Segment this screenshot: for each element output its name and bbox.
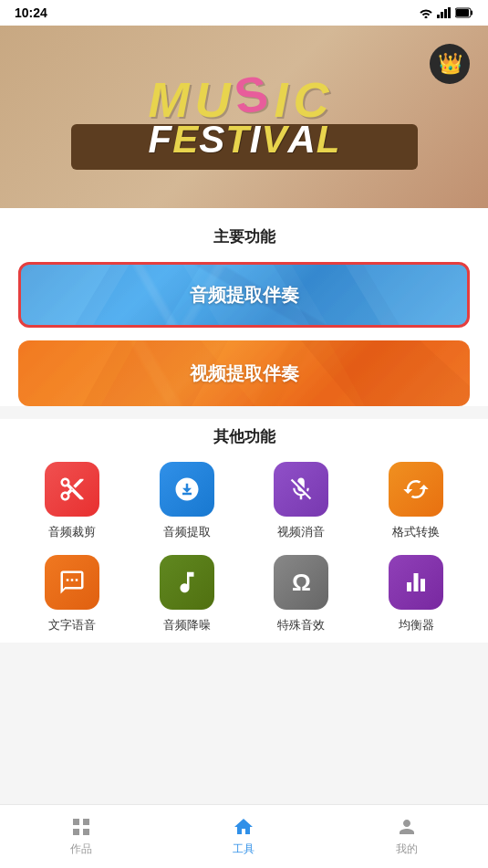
convert-icon: [402, 476, 430, 503]
equalizer-icon: [402, 569, 430, 596]
nav-tools-label: 工具: [233, 842, 254, 857]
battery-icon: [455, 7, 473, 18]
crown-icon: 👑: [438, 52, 462, 76]
svg-rect-1: [441, 12, 443, 18]
banner: M U S I C F E S T I V A L 👑: [0, 26, 488, 208]
mic-off-icon: [287, 476, 315, 503]
primary-section-title: 主要功能: [18, 226, 470, 247]
audio-extract-label: 音频提取: [163, 524, 211, 540]
user-icon: [396, 816, 418, 838]
audio-crop-label: 音频裁剪: [48, 524, 96, 540]
audio-denoise-item[interactable]: 音频降噪: [133, 555, 241, 633]
nav-item-works[interactable]: 作品: [0, 816, 162, 857]
other-functions-section: 其他功能 音频裁剪 音频提取: [0, 419, 488, 643]
svg-rect-6: [456, 9, 469, 16]
audio-extract-icon-box: [160, 462, 214, 517]
equalizer-item[interactable]: 均衡器: [362, 555, 470, 633]
banner-title-area: M U S I C F E S T I V A L: [148, 75, 339, 159]
noise-icon: [173, 569, 201, 596]
download-icon: [173, 476, 201, 503]
nav-item-tools[interactable]: 工具: [162, 816, 325, 857]
status-bar: 10:24: [0, 0, 488, 26]
video-button-label: 视频提取伴奏: [190, 361, 299, 386]
format-convert-icon-box: [389, 462, 443, 517]
other-section-title: 其他功能: [18, 426, 470, 447]
primary-functions-section: 主要功能 音频提取伴奏 视频提取伴奏: [0, 208, 488, 406]
nav-works-label: 作品: [70, 842, 92, 857]
format-convert-label: 格式转换: [392, 524, 440, 540]
bottom-navigation: 作品 工具 我的: [0, 804, 488, 868]
text-speech-label: 文字语音: [48, 617, 96, 633]
special-effects-icon-box: Ω: [274, 555, 328, 610]
audio-crop-item[interactable]: 音频裁剪: [18, 462, 126, 540]
video-mute-icon-box: [274, 462, 328, 517]
audio-extract-item[interactable]: 音频提取: [133, 462, 241, 540]
audio-denoise-icon-box: [160, 555, 214, 610]
text-speech-item[interactable]: 文字语音: [18, 555, 126, 633]
video-extract-button[interactable]: 视频提取伴奏: [18, 340, 470, 406]
nav-item-mine[interactable]: 我的: [326, 816, 488, 857]
omega-icon: Ω: [292, 569, 311, 597]
format-convert-item[interactable]: 格式转换: [362, 462, 470, 540]
svg-rect-5: [471, 11, 472, 16]
audio-denoise-label: 音频降噪: [163, 617, 211, 633]
equalizer-icon-box: [389, 555, 443, 610]
special-effects-label: 特殊音效: [277, 617, 325, 633]
nav-mine-label: 我的: [396, 842, 418, 857]
crown-badge[interactable]: 👑: [430, 44, 470, 84]
svg-rect-0: [437, 15, 440, 18]
wifi-icon: [419, 7, 433, 18]
special-effects-item[interactable]: Ω 特殊音效: [248, 555, 356, 633]
other-functions-grid: 音频裁剪 音频提取 视频消音: [18, 462, 470, 633]
video-mute-item[interactable]: 视频消音: [248, 462, 356, 540]
status-time: 10:24: [15, 5, 47, 20]
scissors-icon: [58, 476, 86, 503]
text-speech-icon-box: [45, 555, 99, 610]
svg-rect-3: [448, 7, 451, 18]
signal-icon: [437, 7, 452, 18]
audio-button-label: 音频提取伴奏: [190, 283, 299, 308]
audio-extract-button[interactable]: 音频提取伴奏: [18, 262, 470, 328]
status-icons: [419, 7, 473, 18]
home-icon: [233, 816, 254, 838]
equalizer-label: 均衡器: [399, 617, 434, 633]
banner-music-text: M U S I C: [148, 75, 339, 124]
audio-crop-icon-box: [45, 462, 99, 517]
svg-rect-2: [444, 9, 447, 18]
text-speech-icon: [58, 569, 86, 596]
video-mute-label: 视频消音: [277, 524, 325, 540]
grid-icon: [70, 816, 92, 838]
